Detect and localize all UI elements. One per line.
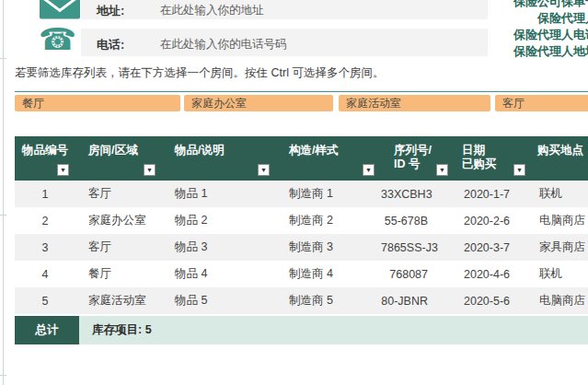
cell-room[interactable]: 餐厅: [75, 266, 162, 282]
cell-item-number[interactable]: 4: [15, 268, 75, 281]
filter-dropdown-make-style[interactable]: ▼: [363, 164, 375, 176]
cell-make[interactable]: 制造商 3: [276, 239, 381, 255]
cell-item[interactable]: 物品 3: [162, 239, 276, 255]
cell-item-number[interactable]: 2: [15, 215, 75, 228]
insurance-policy-number-label: 保险公司保单号: [513, 0, 588, 10]
table-header-row: 物品编号 ▼ 房间/区域 ▼ 物品/说明 ▼ 构造/样式 ▼ 序列号/ ID 号…: [15, 136, 588, 181]
chevron-down-icon: ▼: [260, 167, 267, 173]
phone-label: 电话:: [97, 37, 124, 53]
filter-dropdown-item-description[interactable]: ▼: [258, 164, 270, 176]
filter-dropdown-date-purchased[interactable]: ▼: [513, 164, 525, 176]
table-row: 1 客厅 物品 1 制造商 1 33XCBH3 2020-1-7 联机: [15, 181, 588, 207]
header-purchase-location: 购买地点: [532, 136, 588, 181]
cell-location[interactable]: 联机: [532, 186, 588, 202]
address-label: 地址:: [97, 3, 124, 19]
envelope-icon: [40, 0, 80, 19]
phone-input[interactable]: 在此处输入你的电话号码: [160, 37, 287, 52]
cell-item[interactable]: 物品 1: [162, 186, 276, 202]
cell-serial[interactable]: 55-678B: [381, 215, 455, 228]
header-date-purchased: 日期 已购买 ▼: [455, 136, 532, 181]
filter-instruction-text: 若要筛选库存列表，请在下方选择一个房间。按住 Ctrl 可选择多个房间。: [15, 65, 384, 81]
filter-dropdown-serial-id[interactable]: ▼: [436, 164, 448, 176]
slicer-button-living-room[interactable]: 客厅: [495, 95, 588, 111]
cell-date[interactable]: 2020-2-6: [455, 215, 532, 228]
slicer-top-border: [15, 91, 588, 92]
cell-make[interactable]: 制造商 2: [276, 213, 381, 228]
table-row: 5 家庭活动室 物品 5 制造商 5 80-JBNR 2020-5-6 电脑商店: [15, 287, 588, 314]
filter-dropdown-room-area[interactable]: ▼: [144, 164, 156, 176]
address-input[interactable]: 在此处输入你的地址: [160, 3, 264, 18]
chevron-down-icon: ▼: [439, 167, 445, 173]
cell-make[interactable]: 制造商 4: [276, 266, 381, 282]
insurance-agent-address-label: 保险代理人地址: [513, 43, 588, 60]
cell-date[interactable]: 2020-3-7: [455, 241, 532, 254]
filter-dropdown-item-number[interactable]: ▼: [57, 164, 69, 176]
cell-location[interactable]: 电脑商店: [532, 213, 588, 228]
table-row: 4 餐厅 物品 4 制造商 4 768087 2020-4-6 联机: [15, 261, 588, 287]
header-room-area: 房间/区域 ▼: [75, 136, 162, 181]
cell-item[interactable]: 物品 4: [162, 266, 276, 282]
header-serial-id: 序列号/ ID 号 ▼: [381, 136, 455, 181]
cell-item-number[interactable]: 1: [15, 188, 75, 201]
sheet-gridline-tick: [0, 215, 6, 216]
total-label: 总计: [15, 316, 79, 344]
cell-serial[interactable]: 80-JBNR: [381, 295, 455, 308]
cell-item-number[interactable]: 3: [15, 241, 75, 254]
cell-serial[interactable]: 7865SS-J3: [381, 241, 455, 254]
table-row: 2 家庭办公室 物品 2 制造商 2 55-678B 2020-2-6 电脑商店: [15, 207, 588, 234]
header-item-description: 物品/说明 ▼: [162, 136, 276, 181]
address-field-background: [81, 0, 488, 19]
cell-item[interactable]: 物品 5: [162, 293, 276, 309]
slicer-button-home-office[interactable]: 家庭办公室: [184, 95, 333, 111]
cell-room[interactable]: 家庭活动室: [75, 293, 162, 309]
sheet-gridline-tick: [0, 58, 6, 59]
chevron-down-icon: ▼: [365, 167, 372, 173]
table-row: 3 客厅 物品 3 制造商 3 7865SS-J3 2020-3-7 家具商店: [15, 234, 588, 261]
sheet-gridline-tick: [0, 375, 6, 376]
inventory-table: 物品编号 ▼ 房间/区域 ▼ 物品/说明 ▼ 构造/样式 ▼ 序列号/ ID 号…: [15, 136, 588, 344]
cell-item[interactable]: 物品 2: [162, 213, 276, 228]
total-inventory-count: 库存项目: 5: [79, 316, 588, 344]
cell-room[interactable]: 客厅: [75, 186, 162, 202]
cell-make[interactable]: 制造商 5: [276, 293, 381, 309]
chevron-down-icon: ▼: [516, 167, 523, 173]
chevron-down-icon: ▼: [146, 167, 153, 173]
insurance-agent-phone-label: 保险代理人电话: [513, 27, 588, 43]
header-make-style: 构造/样式 ▼: [276, 136, 381, 181]
cell-date[interactable]: 2020-5-6: [455, 295, 532, 308]
insurance-agent-label: 保险代理人: [537, 10, 588, 27]
cell-make[interactable]: 制造商 1: [276, 186, 381, 202]
cell-room[interactable]: 家庭办公室: [75, 213, 162, 228]
slicer-button-dining-room[interactable]: 餐厅: [15, 95, 180, 111]
cell-item-number[interactable]: 5: [15, 295, 75, 308]
cell-serial[interactable]: 768087: [381, 268, 455, 281]
cell-room[interactable]: 客厅: [75, 239, 162, 255]
header-item-number: 物品编号 ▼: [15, 136, 75, 181]
total-row: 总计 库存项目: 5: [15, 316, 588, 344]
chevron-down-icon: ▼: [60, 167, 66, 173]
cell-serial[interactable]: 33XCBH3: [381, 188, 455, 201]
cell-location[interactable]: 电脑商店: [532, 293, 588, 309]
cell-date[interactable]: 2020-4-6: [455, 268, 532, 281]
phone-icon: ☎: [39, 24, 76, 54]
cell-location[interactable]: 联机: [532, 266, 588, 282]
slicer-button-family-room[interactable]: 家庭活动室: [339, 95, 490, 111]
cell-date[interactable]: 2020-1-7: [455, 188, 532, 201]
cell-location[interactable]: 家具商店: [532, 239, 588, 255]
